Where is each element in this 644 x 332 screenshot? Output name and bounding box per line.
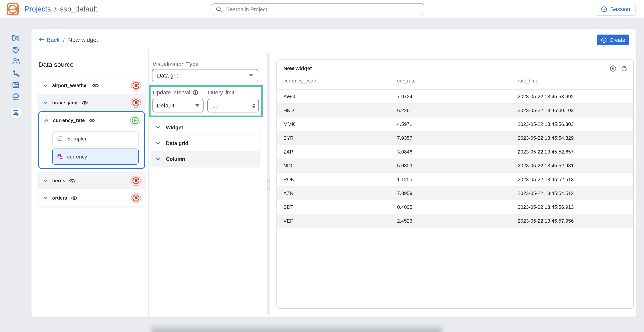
source-name: orders — [52, 195, 67, 201]
table-row: ZAR 3.0846 2023-05-22 13:45:52.657 — [277, 145, 633, 159]
highlight-annotation: Update interval Default — [149, 85, 263, 117]
cell-eur-rate: 7.9357 — [397, 131, 518, 145]
search-input-wrapper — [212, 3, 424, 15]
source-row-orders[interactable]: orders — [38, 189, 145, 207]
create-label: Create — [610, 37, 625, 43]
history-icon[interactable] — [11, 45, 21, 53]
table-row: AZN 7.3959 2023-05-22 13:45:54.512 — [277, 186, 633, 200]
cell-eur-rate: 2.4523 — [397, 214, 518, 228]
cell-currency-code: RON — [277, 173, 397, 186]
info-icon[interactable] — [192, 90, 198, 95]
panel-resizer-handle[interactable] — [267, 52, 270, 315]
chevron-down-icon[interactable] — [44, 101, 48, 104]
stop-button[interactable] — [131, 176, 141, 186]
ssb-logo[interactable] — [6, 2, 20, 16]
table-row: HKD 6.2261 2023-05-22 13:46:00.103 — [277, 103, 633, 117]
breadcrumb-current: ssb_default — [60, 5, 97, 13]
virtual-tables-icon[interactable] — [11, 81, 21, 89]
query-limit-input[interactable] — [212, 102, 252, 109]
table-row: MMK 4.5971 2023-05-22 13:45:56.303 — [277, 117, 633, 131]
eye-icon[interactable] — [82, 100, 88, 105]
back-arrow-icon — [38, 37, 44, 42]
chevron-down-icon[interactable] — [44, 179, 48, 182]
stop-button[interactable] — [131, 98, 141, 108]
stop-button[interactable] — [131, 80, 141, 90]
update-interval-value: Default — [157, 102, 174, 109]
brand: Projects / ssb_default — [6, 2, 97, 16]
eye-icon[interactable] — [92, 83, 99, 88]
section-widget[interactable]: Widget — [151, 120, 260, 135]
create-button[interactable]: Create — [597, 34, 630, 45]
jobs-flow-icon[interactable] — [11, 69, 21, 77]
clock-icon — [601, 6, 607, 12]
section-data-grid[interactable]: Data grid — [151, 135, 260, 151]
app-header: Projects / ssb_default Session — [0, 0, 644, 19]
cell-rate-time: 2023-05-22 13:45:52.513 — [518, 173, 633, 186]
cell-rate-time: 2023-05-22 13:45:53.692 — [518, 90, 633, 103]
source-row-airport-weather[interactable]: airport_weather — [38, 77, 145, 94]
cell-currency-code: AWG — [277, 90, 397, 103]
chevron-down-icon — [156, 126, 160, 129]
source-row-brave-jang[interactable]: brave_jang — [38, 94, 145, 111]
source-group: airport_weather brave_jang — [38, 77, 145, 111]
preview-data-grid: currency_code eur_rate rate_time AWG 7.9… — [277, 74, 633, 228]
breadcrumb-projects-link[interactable]: Projects — [24, 5, 51, 13]
chevron-down-icon[interactable] — [44, 196, 48, 199]
cell-rate-time: 2023-05-22 13:45:56.913 — [518, 200, 633, 214]
main-content-card: Back / New widget Create Data source — [32, 29, 636, 318]
number-spinner[interactable] — [252, 102, 256, 109]
cell-rate-time: 2023-05-22 13:45:52.657 — [518, 145, 633, 159]
section-label: Widget — [166, 125, 183, 130]
cell-currency-code: VEF — [277, 214, 397, 228]
plus-circle-icon — [601, 37, 607, 43]
section-column[interactable]: Column — [151, 151, 260, 167]
source-child-currency[interactable]: currency — [52, 149, 139, 165]
search-input[interactable] — [226, 6, 420, 13]
back-label: Back — [47, 36, 60, 43]
chevron-down-icon[interactable] — [44, 84, 48, 87]
source-row-currency-rate[interactable]: currency_rate — [39, 112, 144, 129]
column-header: rate_time — [518, 74, 633, 90]
settings-accordion: Widget Data grid Column — [151, 120, 260, 167]
source-name: airport_weather — [52, 83, 88, 88]
chevron-up-icon[interactable] — [44, 119, 48, 122]
cell-currency-code: HKD — [277, 103, 397, 117]
stop-button[interactable] — [131, 193, 141, 203]
cell-eur-rate: 1.1255 — [397, 173, 518, 186]
widgets-icon[interactable] — [11, 108, 21, 118]
data-source-title: Data source — [38, 61, 148, 69]
cell-currency-code: MMK — [277, 117, 397, 131]
data-source-panel: Data source airport_weather — [32, 50, 148, 318]
eye-icon[interactable] — [69, 178, 76, 183]
data-sources-cloud-icon[interactable] — [11, 93, 21, 101]
database-search-icon — [57, 154, 63, 160]
table-header-row: currency_code eur_rate rate_time — [277, 74, 633, 90]
session-button[interactable]: Session — [596, 3, 636, 16]
source-row-heros[interactable]: heros — [38, 172, 145, 189]
visualization-type-select[interactable]: Data grid — [152, 69, 258, 82]
pause-circle-icon[interactable] — [610, 65, 616, 72]
widget-preview-panel: New widget — [270, 50, 636, 318]
eye-icon[interactable] — [88, 118, 95, 123]
cell-rate-time: 2023-05-22 13:46:00.103 — [518, 103, 633, 117]
column-header: eur_rate — [397, 74, 518, 90]
page-toolbar: Back / New widget Create — [32, 29, 636, 50]
back-link[interactable]: Back — [38, 36, 60, 43]
cell-rate-time: 2023-05-22 13:45:54.329 — [518, 131, 633, 145]
preview-card: New widget — [276, 59, 634, 309]
breadcrumb: Projects / ssb_default — [24, 5, 97, 13]
dropdown-caret-icon — [196, 104, 199, 107]
chevron-down-icon — [156, 142, 160, 145]
eye-icon[interactable] — [71, 196, 78, 200]
source-group: heros orders — [38, 172, 145, 207]
refresh-icon[interactable] — [621, 65, 627, 72]
source-child-sampler[interactable]: Sampler — [52, 131, 139, 146]
page-title: New widget — [68, 36, 98, 43]
play-button[interactable] — [130, 115, 140, 125]
users-icon[interactable] — [11, 57, 21, 65]
app-root: Projects / ssb_default Session — [0, 0, 644, 332]
project-explorer-icon[interactable] — [11, 33, 21, 41]
update-interval-select[interactable]: Default — [152, 99, 204, 112]
cell-currency-code: BYR — [277, 131, 397, 145]
source-name: heros — [52, 178, 65, 183]
